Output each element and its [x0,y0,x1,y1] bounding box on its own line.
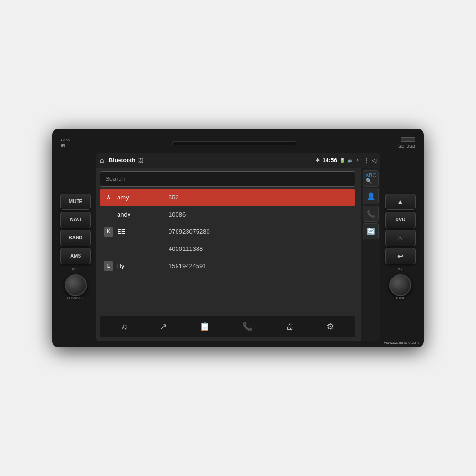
contact-number-ee: 076923075280 [169,228,210,235]
home-button[interactable]: ⌂ [385,230,416,246]
settings-icon[interactable]: ⚙ [327,321,334,332]
abc-search-icon: ABC🔍 [366,172,377,184]
pow-vol-knob[interactable] [65,274,87,296]
band-button[interactable]: BAND [60,230,91,246]
contact-list: Search A amy 552 andy 10086 [96,168,359,341]
mute-button[interactable]: MUTE [60,194,91,210]
home-btn-icon: ⌂ [398,234,402,242]
rst-area: RST TUNE [389,266,411,300]
sync-icon: 🔄 [367,228,375,235]
contact-name-amy: amy [117,194,165,201]
music-icon[interactable]: ♫ [121,322,128,332]
eject-icon: ▲ [397,198,404,206]
letter-badge-k: K [104,227,113,237]
contact-number-unknown: 4000111388 [169,245,203,252]
status-icons: ✱ 14:56 🔋 🔈 ✕ ⋮ ◁ [316,157,376,164]
contact-row-ee[interactable]: K EE 076923075280 [100,224,355,240]
usb-port[interactable] [401,137,415,142]
sd-usb-area: SD USB [398,137,415,149]
home-icon[interactable]: ⌂ [100,157,104,164]
search-placeholder: Search [105,175,125,182]
back-btn-icon: ↩ [397,252,403,260]
left-button-panel: MUTE NAVI BAND AMS MIC POW/VOL [59,153,92,341]
watermark: www.szcarradio.com [384,340,419,345]
contact-row-unknown[interactable]: 4000111388 [100,241,355,257]
cd-slot [172,141,296,145]
call-icon: 📞 [367,210,375,218]
bluetooth-icon: ✱ [316,157,320,163]
letter-badge-l: L [104,261,113,271]
menu-icon[interactable]: ⋮ [364,157,369,164]
contact-number-andy: 10086 [169,211,186,218]
phone-icon[interactable]: 📞 [242,321,253,332]
call-button[interactable]: 📞 [363,206,379,222]
close-icon: ✕ [356,158,359,163]
back-button[interactable]: ↩ [385,248,416,264]
mic-area: MIC POW/VOL [65,266,87,300]
contact-name-lily: lily [117,262,165,269]
abc-search-button[interactable]: ABC🔍 [363,170,379,187]
contact-row-lily[interactable]: L lily 15919424591 [100,258,355,274]
screen-wrapper: ⌂ Bluetooth 🖼 ✱ 14:56 🔋 🔈 ✕ ⋮ ◁ [96,153,380,341]
quick-button-panel: ABC🔍 👤 📞 🔄 [361,168,380,341]
contact-row-amy[interactable]: A amy 552 [100,189,355,206]
dvd-button[interactable]: DVD [385,212,416,228]
contact-name-ee: EE [117,228,165,235]
letter-badge-a: A [104,193,113,202]
call-forward-icon[interactable]: ↗ [160,321,167,332]
content-area: Search A amy 552 andy 10086 [96,168,380,341]
tune-knob[interactable] [389,274,411,296]
search-bar[interactable]: Search [100,171,355,187]
volume-icon: 🔈 [347,158,353,163]
time-display: 14:56 [322,157,337,164]
navi-button[interactable]: NAVI [60,212,91,228]
bottom-toolbar: ♫ ↗ 📋 📞 🖨 ⚙ [100,316,355,337]
image-icon: 🖼 [138,158,143,163]
status-bar: ⌂ Bluetooth 🖼 ✱ 14:56 🔋 🔈 ✕ ⋮ ◁ [96,153,380,168]
sync-button[interactable]: 🔄 [363,223,379,239]
app-title: Bluetooth [109,157,135,164]
ams-button[interactable]: AMS [60,248,91,264]
contacts-icon[interactable]: 📋 [199,321,210,332]
contact-search-button[interactable]: 👤 [363,188,379,204]
screen: ⌂ Bluetooth 🖼 ✱ 14:56 🔋 🔈 ✕ ⋮ ◁ [96,153,380,341]
gps-ir-labels: GPS IR [61,138,70,149]
contact-name-andy: andy [117,211,165,218]
contact-number-amy: 552 [169,194,179,201]
right-button-panel: ▲ DVD ⌂ ↩ RST TUNE [384,153,417,341]
eject-button[interactable]: ▲ [385,194,416,210]
message-icon[interactable]: 🖨 [286,322,294,332]
contact-row-andy[interactable]: andy 10086 [100,207,355,223]
back-nav-icon[interactable]: ◁ [372,157,376,164]
car-radio-unit: GPS IR SD USB MUTE NAVI BAND AMS MIC POW… [52,129,424,347]
contact-search-icon: 👤 [367,192,375,200]
battery-icon: 🔋 [339,158,345,163]
main-section: MUTE NAVI BAND AMS MIC POW/VOL ⌂ Bluetoo… [59,153,417,341]
top-row: GPS IR SD USB [59,137,417,149]
contact-number-lily: 15919424591 [169,262,207,269]
